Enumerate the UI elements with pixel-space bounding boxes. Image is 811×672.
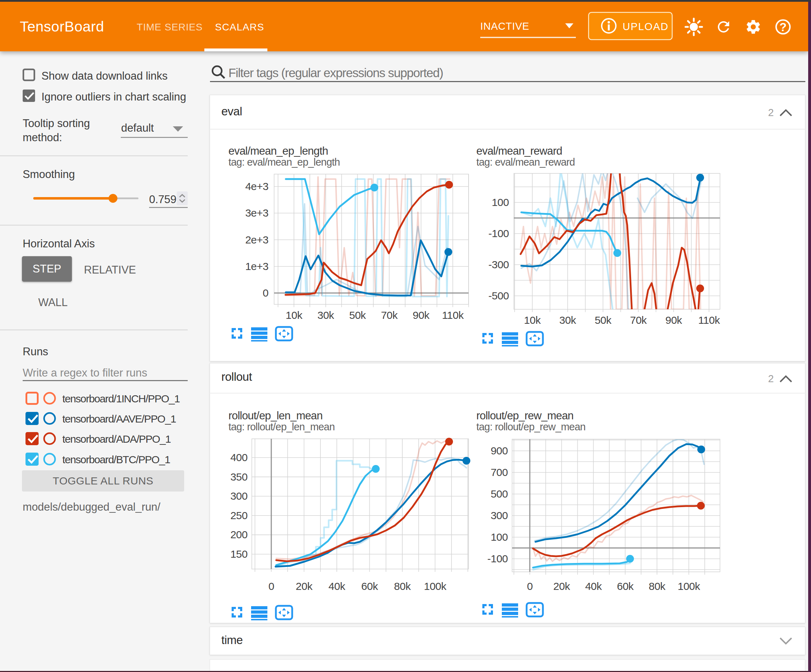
svg-text:110k: 110k [698, 314, 720, 326]
svg-text:900: 900 [490, 445, 508, 457]
svg-text:-100: -100 [489, 228, 509, 239]
svg-text:?: ? [779, 20, 787, 34]
svg-text:0: 0 [527, 581, 533, 592]
svg-text:rollout/ep_rew_mean: rollout/ep_rew_mean [476, 410, 573, 422]
svg-text:50k: 50k [595, 314, 612, 326]
svg-text:40k: 40k [585, 581, 602, 592]
svg-text:40k: 40k [329, 581, 346, 592]
svg-text:300: 300 [490, 510, 508, 521]
svg-text:100k: 100k [424, 581, 447, 592]
svg-text:eval/mean_ep_length: eval/mean_ep_length [228, 145, 328, 157]
svg-text:tag: rollout/ep_rew_mean: tag: rollout/ep_rew_mean [476, 421, 585, 432]
svg-text:0: 0 [263, 287, 268, 299]
svg-text:100: 100 [490, 531, 508, 543]
svg-text:30k: 30k [317, 309, 334, 321]
svg-text:tag: eval/mean_ep_length: tag: eval/mean_ep_length [228, 156, 340, 168]
svg-text:2e+3: 2e+3 [245, 234, 268, 245]
svg-text:700: 700 [490, 466, 508, 478]
svg-text:3e+3: 3e+3 [245, 207, 268, 219]
svg-text:250: 250 [230, 510, 248, 521]
svg-text:70k: 70k [630, 314, 647, 326]
svg-text:60k: 60k [361, 581, 378, 592]
svg-text:-300: -300 [489, 259, 509, 270]
svg-text:200: 200 [230, 529, 248, 540]
svg-text:350: 350 [230, 471, 248, 483]
svg-text:150: 150 [230, 548, 248, 560]
svg-text:-500: -500 [489, 290, 509, 301]
svg-text:80k: 80k [394, 581, 411, 592]
svg-text:tag: rollout/ep_len_mean: tag: rollout/ep_len_mean [228, 421, 335, 432]
svg-text:30k: 30k [559, 314, 576, 326]
svg-text:100: 100 [492, 196, 509, 208]
svg-text:70k: 70k [381, 309, 398, 321]
svg-text:90k: 90k [412, 309, 429, 321]
svg-text:0: 0 [268, 581, 274, 592]
svg-text:110k: 110k [442, 309, 464, 321]
svg-text:tag: eval/mean_reward: tag: eval/mean_reward [476, 156, 575, 168]
svg-text:100k: 100k [677, 581, 701, 592]
svg-text:10k: 10k [286, 309, 303, 321]
svg-text:4e+3: 4e+3 [245, 181, 268, 192]
svg-text:eval/mean_reward: eval/mean_reward [476, 145, 562, 157]
svg-text:2: 2 [768, 107, 774, 118]
svg-text:50k: 50k [349, 309, 366, 321]
svg-text:1e+3: 1e+3 [245, 261, 268, 272]
svg-text:-100: -100 [487, 553, 508, 564]
svg-text:20k: 20k [553, 581, 570, 592]
svg-text:500: 500 [490, 488, 508, 500]
svg-text:10k: 10k [524, 314, 541, 326]
svg-text:rollout/ep_len_mean: rollout/ep_len_mean [228, 410, 322, 422]
svg-text:60k: 60k [617, 581, 634, 592]
svg-text:2: 2 [768, 373, 774, 384]
svg-text:400: 400 [230, 452, 248, 463]
svg-text:20k: 20k [296, 581, 313, 592]
svg-text:90k: 90k [665, 314, 682, 326]
svg-text:80k: 80k [649, 581, 666, 592]
svg-text:300: 300 [230, 490, 248, 502]
